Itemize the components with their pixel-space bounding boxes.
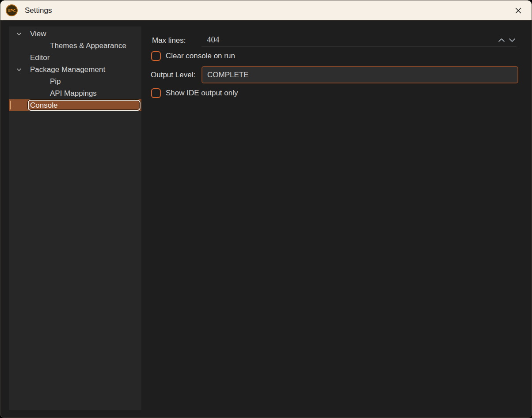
show-ide-output-checkbox[interactable] (151, 88, 161, 98)
chevron-down-icon (509, 38, 516, 42)
window-title: Settings (25, 6, 52, 15)
sidebar-item-console[interactable]: Console (9, 99, 141, 111)
clear-console-row: Clear console on run (151, 51, 235, 61)
close-button[interactable] (511, 4, 525, 18)
chevron-up-icon (498, 38, 505, 42)
clear-console-label: Clear console on run (166, 52, 235, 60)
sidebar-item-label: API Mappings (9, 89, 97, 98)
show-ide-output-row: Show IDE output only (151, 88, 238, 98)
sidebar-item-label: Editor (9, 53, 49, 62)
sidebar-item-label: Pip (9, 77, 61, 86)
sidebar-item-pip[interactable]: Pip (9, 75, 141, 87)
current-item-indicator (10, 101, 11, 109)
show-ide-output-label: Show IDE output only (166, 89, 238, 98)
settings-window: XPC Settings View Themes & Appearance Ed… (0, 0, 532, 418)
sidebar-item-label: Package Management (9, 65, 105, 74)
sidebar-item-api-mappings[interactable]: API Mappings (9, 87, 141, 99)
close-icon (514, 6, 523, 15)
sidebar-item-view[interactable]: View (9, 28, 141, 40)
max-lines-label: Max lines: (152, 36, 186, 45)
clear-console-checkbox[interactable] (151, 51, 161, 61)
max-lines-input[interactable] (201, 34, 493, 45)
spin-up-button[interactable] (498, 37, 505, 43)
sidebar-item-label: Console (29, 101, 57, 110)
output-level-input[interactable] (201, 66, 518, 83)
chevron-down-icon[interactable] (16, 68, 22, 72)
chevron-down-icon[interactable] (16, 32, 22, 36)
sidebar-item-label: Themes & Appearance (9, 41, 126, 50)
sidebar-item-editor[interactable]: Editor (9, 52, 141, 64)
settings-tree: View Themes & Appearance Editor Package … (9, 26, 141, 410)
titlebar: XPC Settings (0, 0, 532, 20)
output-level-label: Output Level: (151, 71, 195, 79)
focus-ring: Console (28, 100, 141, 111)
sidebar-item-themes-appearance[interactable]: Themes & Appearance (9, 40, 141, 52)
sidebar-item-package-management[interactable]: Package Management (9, 64, 141, 75)
console-settings-panel: Max lines: Clear console on run Output L… (141, 20, 532, 418)
app-logo-icon: XPC (6, 4, 18, 16)
spin-down-button[interactable] (508, 37, 516, 43)
sidebar-item-label: View (9, 30, 46, 38)
app-logo-text: XPC (8, 8, 16, 13)
max-lines-spinner (201, 34, 517, 46)
